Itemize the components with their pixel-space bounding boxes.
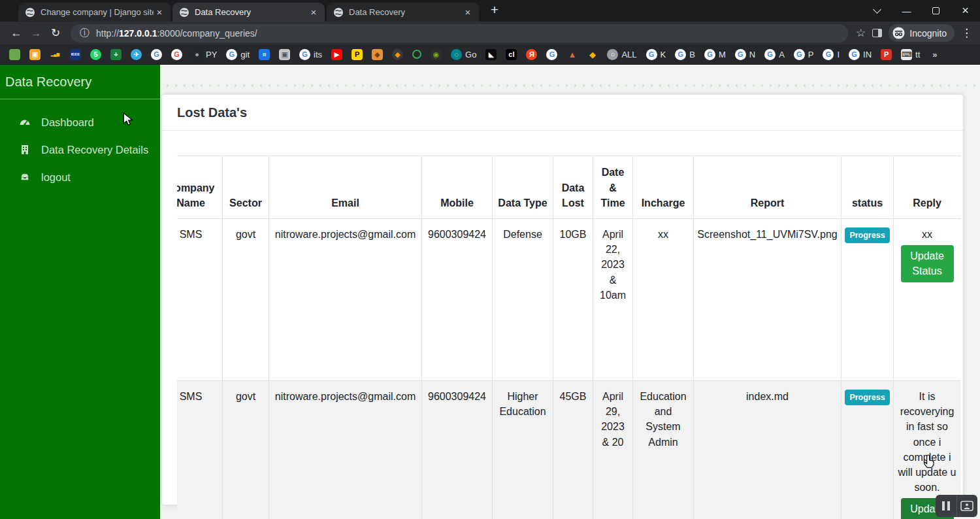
address-bar[interactable]: ⓘ http://127.0.0.1:8000/company_queries/ xyxy=(71,24,848,42)
bookmark-item[interactable]: IEEE xyxy=(70,49,81,60)
bookmark-item[interactable]: P xyxy=(351,49,363,60)
bookmark-item[interactable]: G xyxy=(151,49,162,60)
tab-globe-favicon-icon xyxy=(179,7,189,18)
minimize-button[interactable]: — xyxy=(892,0,921,22)
tab-close-icon[interactable]: × xyxy=(154,7,165,18)
bookmark-item[interactable]: cl xyxy=(506,49,517,60)
tab-close-icon[interactable]: × xyxy=(308,7,319,18)
cell-company-name: SMS xyxy=(177,219,223,381)
reply-text: xx xyxy=(897,227,957,242)
page-viewport: Data Recovery Dashboard xyxy=(0,65,980,519)
bookmark-item[interactable]: ○ ALL xyxy=(607,49,636,60)
bookmark-item[interactable]: G IN xyxy=(849,49,872,60)
forward-button[interactable]: → xyxy=(26,24,46,42)
cell-data-lost: 10GB xyxy=(553,219,593,381)
bookmark-item[interactable]: ◌ Go xyxy=(451,49,476,60)
cell-reply: xx Update Status xyxy=(894,219,961,381)
cell-status: Progress xyxy=(841,219,894,381)
bookmark-item[interactable] xyxy=(9,49,20,60)
bookmark-item[interactable]: ✈ xyxy=(131,49,142,60)
bookmark-item[interactable]: P xyxy=(881,49,892,60)
bookmark-favicon: G xyxy=(704,49,715,60)
status-badge: Progress xyxy=(845,227,889,243)
bookmark-item[interactable]: ▣ xyxy=(29,49,41,60)
new-tab-button[interactable]: + xyxy=(486,2,503,18)
bookmark-star-icon[interactable]: ☆ xyxy=(856,26,866,40)
bookmark-item[interactable]: ⌨ tt xyxy=(901,49,920,60)
cell-email: nitroware.projects@gmail.com xyxy=(269,381,422,519)
browser-tab[interactable]: Change company | Django site a × xyxy=(18,3,171,22)
bookmark-item[interactable]: ◉ xyxy=(431,49,442,60)
browser-toolbar: ← → ↻ ⓘ http://127.0.0.1:8000/company_qu… xyxy=(0,22,980,44)
bookmark-item[interactable]: ● PY xyxy=(191,49,217,60)
bookmark-item[interactable]: » xyxy=(929,49,940,60)
bookmark-favicon: ▶ xyxy=(331,49,342,60)
sidebar-item[interactable]: Data Recovery Details xyxy=(0,136,160,163)
bookmark-item[interactable]: + xyxy=(110,49,122,60)
bookmark-item[interactable]: G M xyxy=(704,49,726,60)
side-panel-icon[interactable] xyxy=(872,29,882,37)
sidebar-item[interactable]: Dashboard xyxy=(0,109,160,136)
sidebar-item[interactable]: logout xyxy=(0,163,160,191)
app-brand-title: Data Recovery xyxy=(0,65,160,99)
status-badge: Progress xyxy=(845,390,889,405)
bookmark-favicon: » xyxy=(929,49,940,60)
dotted-divider xyxy=(163,84,977,88)
bookmark-item[interactable]: G xyxy=(546,49,557,60)
bookmark-favicon: ◣ xyxy=(485,49,497,60)
back-button[interactable]: ← xyxy=(7,24,26,42)
bookmark-favicon: G xyxy=(151,49,162,60)
bookmark-item[interactable]: G its xyxy=(299,49,322,60)
webcam-toggle-button[interactable] xyxy=(956,495,978,517)
bookmark-item[interactable]: ▂▄▆ xyxy=(50,49,61,60)
bookmark-item[interactable]: ◣ xyxy=(485,49,497,60)
bookmark-favicon: G xyxy=(823,49,834,60)
bookmark-item[interactable]: ◆ xyxy=(587,49,598,60)
bookmark-favicon: G xyxy=(646,49,657,60)
bookmark-item[interactable]: ▣ xyxy=(279,49,290,60)
close-button[interactable]: × xyxy=(951,0,980,22)
cell-email: nitroware.projects@gmail.com xyxy=(269,219,422,381)
update-status-button[interactable]: Update Status xyxy=(901,245,954,282)
tab-close-icon[interactable]: × xyxy=(462,7,474,18)
reload-button[interactable]: ↻ xyxy=(46,24,65,42)
bookmark-item[interactable]: G P xyxy=(794,49,814,60)
recorder-control-overlay xyxy=(936,495,977,517)
bookmark-item[interactable]: G N xyxy=(735,49,755,60)
table-scroll-region[interactable]: Company Name Sector Email Mobile Data Ty… xyxy=(177,156,960,519)
bookmark-label: Go xyxy=(465,50,476,59)
bookmark-favicon: Я xyxy=(526,49,537,60)
browser-menu-icon[interactable]: ⋮ xyxy=(961,26,973,40)
bookmark-item[interactable]: G I xyxy=(823,49,840,60)
bookmark-item[interactable]: G xyxy=(171,49,182,60)
bookmark-label: P xyxy=(808,50,814,59)
bookmark-item[interactable]: ◆ xyxy=(372,49,383,60)
bookmark-item[interactable]: G B xyxy=(675,49,695,60)
tab-search-chevron-icon[interactable] xyxy=(862,0,892,22)
column-header-mobile: Mobile xyxy=(422,156,493,219)
bookmark-favicon: ◆ xyxy=(392,49,403,60)
card-body: Company Name Sector Email Mobile Data Ty… xyxy=(162,131,963,519)
table-header-row: Company Name Sector Email Mobile Data Ty… xyxy=(177,156,960,219)
bookmark-item[interactable]: ▲ xyxy=(566,49,578,60)
bookmark-item[interactable]: G K xyxy=(646,49,666,60)
maximize-button[interactable] xyxy=(921,0,951,22)
site-info-icon[interactable]: ⓘ xyxy=(80,27,90,39)
bookmark-favicon xyxy=(9,49,20,60)
pause-button[interactable] xyxy=(936,495,956,517)
bookmark-favicon: ⌨ xyxy=(901,49,912,60)
incognito-badge: Incognito xyxy=(889,24,955,42)
bookmark-item[interactable]: G git xyxy=(226,49,250,60)
bookmark-item[interactable] xyxy=(412,50,421,59)
bookmark-item[interactable]: ▶ xyxy=(331,49,342,60)
reply-text: It is recoverying in fast so once i comp… xyxy=(897,389,957,495)
bookmark-item[interactable]: G A xyxy=(764,49,785,60)
bookmark-item[interactable]: ◆ xyxy=(392,49,403,60)
browser-tab[interactable]: Data Recovery × xyxy=(172,3,325,22)
bookmark-item[interactable]: Я xyxy=(526,49,537,60)
bookmark-item[interactable]: 5 xyxy=(90,49,101,60)
browser-tab[interactable]: Data Recovery × xyxy=(327,3,479,22)
column-header-reply: Reply xyxy=(894,156,961,219)
column-header-sector: Sector xyxy=(223,156,269,219)
bookmark-item[interactable]: ||| xyxy=(259,49,270,60)
